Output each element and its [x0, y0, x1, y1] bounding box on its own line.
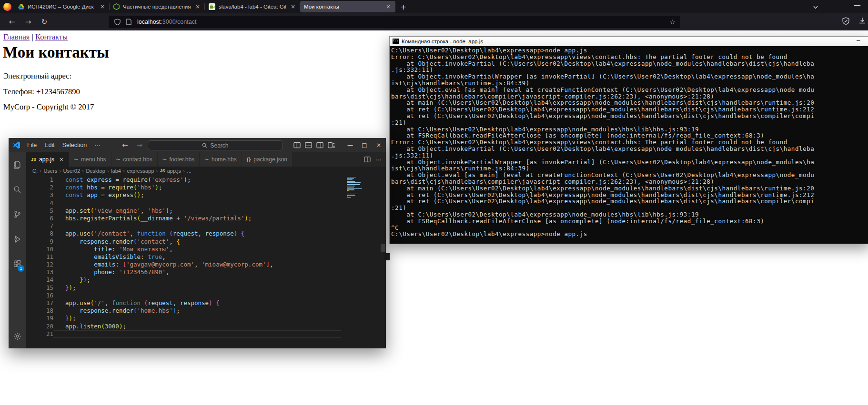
menu-file[interactable]: File — [23, 142, 40, 149]
line-number: 17 — [26, 299, 53, 307]
tab-close-icon[interactable]: × — [99, 3, 106, 10]
vscode-title-bar[interactable]: FileEditSelection⋯ ← → Search —□× — [9, 138, 386, 152]
terminal-line: Error: C:\Users\User02\Desktop\lab4\expr… — [391, 54, 868, 60]
browser-tab[interactable]: Мои контакты× — [300, 1, 395, 12]
breadcrumb-item[interactable]: Desktop — [86, 168, 105, 174]
forward-button[interactable]: → — [22, 16, 34, 28]
terminal-line: at C:\Users\User02\Desktop\lab4\expressa… — [391, 126, 868, 133]
cmd-minimize-button[interactable]: – — [857, 37, 860, 44]
breadcrumb-item[interactable]: lab4 — [111, 168, 121, 174]
new-tab-button[interactable]: + — [395, 2, 411, 11]
terminal-line: at ret (C:\Users\User02\Desktop\lab4\exp… — [391, 198, 868, 205]
firefox-view-button[interactable] — [0, 0, 14, 13]
terminal-line: C:\Users\User02\Desktop\lab4\expressapp>… — [391, 231, 868, 237]
terminal-line: at FSReqCallback.readFileAfterClose [as … — [391, 218, 868, 225]
screen: ИСП420ИС – Google Диск×Частичные предста… — [0, 0, 868, 405]
customize-layout-icon[interactable] — [328, 142, 335, 148]
tab-close-icon[interactable]: × — [385, 3, 392, 10]
terminal-line: at ret (C:\Users\User02\Desktop\lab4\exp… — [391, 106, 868, 113]
browser-tab[interactable]: ИСП420ИС – Google Диск× — [14, 0, 110, 13]
terminal-line: :21) — [391, 119, 868, 126]
breadcrumb-item[interactable]: app.js — [167, 168, 181, 174]
page-info-icon[interactable] — [126, 19, 131, 25]
editor-tab[interactable]: {}package.json — [242, 152, 293, 167]
code-line: 19}); — [26, 315, 386, 322]
extension-shield-icon[interactable] — [842, 17, 849, 25]
more-actions-icon[interactable]: ⋯ — [375, 156, 382, 163]
toggle-secondary-sidebar-icon[interactable] — [316, 142, 323, 148]
line-number: 12 — [26, 261, 53, 268]
editor-back-button[interactable]: ← — [122, 141, 128, 149]
editor-tab[interactable]: ~footer.hbs — [158, 152, 200, 167]
downloads-icon[interactable] — [858, 17, 866, 25]
editor-forward-button[interactable]: → — [137, 141, 143, 149]
menu-edit[interactable]: Edit — [40, 142, 59, 149]
terminal-line: at ret (C:\Users\User02\Desktop\lab4\exp… — [391, 113, 868, 119]
cmd-title-bar[interactable]: C:\ Командная строка - node app.js – — [390, 37, 868, 46]
vscode-close-button[interactable]: × — [372, 138, 386, 152]
toggle-sidebar-icon[interactable] — [293, 142, 301, 148]
browser-tab[interactable]: Частичные представления в H× — [110, 0, 205, 13]
editor-tab[interactable]: ~home.hbs — [200, 152, 242, 167]
editor-tab[interactable]: ~contact.hbs — [111, 152, 158, 167]
menu-[interactable]: ⋯ — [91, 142, 104, 149]
tracking-shield-icon[interactable] — [114, 19, 121, 25]
terminal-line: at FSReqCallback.readFileAfterClose [as … — [391, 132, 868, 139]
page-paragraph: Телефон: +1234567890 — [3, 87, 94, 97]
browser-minimize-button[interactable]: — — [854, 1, 860, 9]
line-number: 18 — [26, 307, 53, 315]
editor-tab[interactable]: JSapp.js× — [26, 152, 69, 167]
breadcrumb-item[interactable]: C: — [32, 168, 38, 174]
line-number: 4 — [26, 199, 53, 207]
scrollbar-fragment — [384, 253, 390, 260]
browser-tab[interactable]: slava/lab4 - lab4 - Gitea: Git wit× — [205, 0, 300, 13]
reload-button[interactable]: ↻ — [38, 16, 50, 28]
bookmark-star-icon[interactable]: ☆ — [669, 18, 676, 26]
tab-close-icon[interactable]: × — [59, 156, 64, 163]
code-editor[interactable]: 1const express = require('express');2con… — [26, 175, 386, 348]
hbs-file-icon: ~ — [74, 157, 78, 162]
chevron-right-icon: › — [82, 168, 84, 174]
back-button[interactable]: ← — [6, 16, 18, 28]
line-number: 11 — [26, 253, 53, 261]
page-nav-link[interactable]: Главная — [3, 32, 30, 41]
list-all-tabs-chevron-icon[interactable] — [813, 3, 818, 12]
search-sidebar-icon[interactable] — [9, 177, 26, 202]
line-number: 1 — [26, 176, 53, 184]
breadcrumb[interactable]: C:›Users›User02›Desktop›lab4›expressapp›… — [26, 167, 386, 175]
menu-selection[interactable]: Selection — [59, 142, 91, 149]
manage-gear-icon[interactable] — [9, 324, 26, 348]
code-text — [53, 199, 65, 207]
cmd-console-output[interactable]: C:\Users\User02\Desktop\lab4\expressapp>… — [390, 46, 868, 244]
firefox-toolbar: ← → ↻ localhost:3000/contact ☆ — [0, 13, 868, 30]
vscode-minimize-button[interactable]: — — [343, 138, 357, 152]
split-editor-icon[interactable] — [364, 157, 371, 162]
cmd-window: C:\ Командная строка - node app.js – C:\… — [389, 36, 868, 244]
hbs-file-icon: ~ — [204, 157, 209, 162]
code-line: 9 response.render('contact', { — [26, 238, 386, 246]
url-bar[interactable]: localhost:3000/contact ☆ — [109, 16, 680, 28]
source-control-icon[interactable] — [9, 202, 26, 227]
line-number: 20 — [26, 323, 53, 330]
firefox-tab-strip: ИСП420ИС – Google Диск×Частичные предста… — [14, 0, 395, 13]
code-text: }); — [53, 315, 76, 322]
breadcrumb-item[interactable]: User02 — [63, 168, 80, 174]
minimap[interactable] — [347, 177, 364, 199]
tab-close-icon[interactable]: × — [194, 3, 201, 10]
breadcrumb-item[interactable]: Users — [43, 168, 57, 174]
editor-tab[interactable]: ~menu.hbs — [69, 152, 111, 167]
explorer-icon[interactable] — [9, 152, 26, 177]
toggle-panel-icon[interactable] — [305, 142, 312, 148]
tab-close-icon[interactable]: × — [290, 3, 296, 10]
breadcrumb-item[interactable]: ... — [187, 168, 191, 174]
editor-scrollbar[interactable] — [381, 244, 385, 252]
extensions-icon[interactable]: 1 — [9, 251, 26, 276]
vscode-maximize-button[interactable]: □ — [357, 138, 372, 152]
page-nav-link[interactable]: Контакты — [35, 32, 68, 41]
breadcrumb-item[interactable]: expressapp — [127, 168, 154, 174]
firefox-icon — [3, 3, 11, 11]
cmd-window-title: Командная строка - node app.js — [402, 39, 483, 44]
command-center-search[interactable]: Search — [148, 140, 283, 150]
run-debug-icon[interactable] — [9, 227, 26, 251]
hbs-file-icon: ~ — [162, 157, 167, 162]
